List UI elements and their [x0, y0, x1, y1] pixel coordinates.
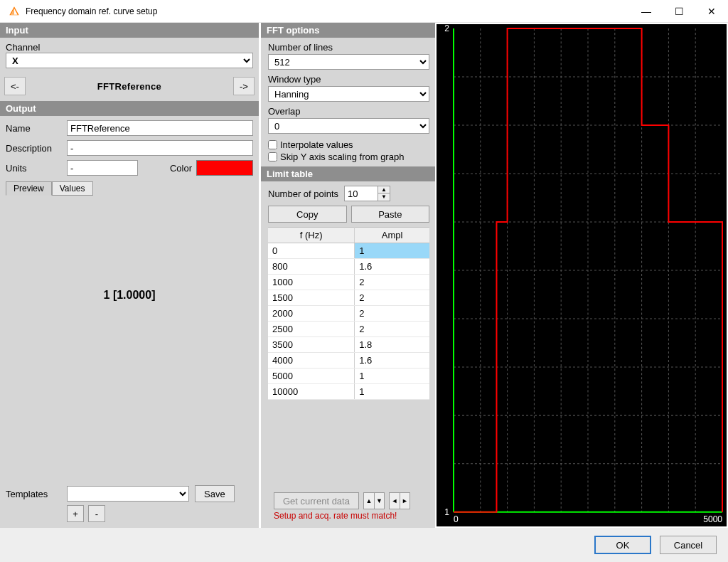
- interpolate-checkbox[interactable]: [268, 140, 277, 149]
- interpolate-label: Interpolate values: [280, 139, 353, 150]
- right-column: 2105000: [435, 23, 728, 528]
- skip-y-checkbox[interactable]: [268, 152, 277, 161]
- remove-template-button[interactable]: -: [88, 505, 105, 522]
- cell-ampl[interactable]: 1: [355, 384, 429, 400]
- save-template-button[interactable]: Save: [195, 485, 235, 502]
- np-down-icon[interactable]: ▼: [378, 193, 390, 201]
- table-row[interactable]: 01: [268, 243, 429, 259]
- warn-text: Setup and acq. rate must match!: [268, 511, 429, 525]
- add-template-button[interactable]: +: [67, 505, 84, 522]
- table-row[interactable]: 15002: [268, 290, 429, 306]
- cell-f[interactable]: 4000: [268, 353, 355, 369]
- table-row[interactable]: 35001.8: [268, 337, 429, 353]
- limit-table: f (Hz) Ampl 018001.610002150022000225002…: [268, 227, 429, 400]
- cell-ampl[interactable]: 2: [355, 275, 429, 290]
- minimize-button[interactable]: —: [630, 0, 663, 22]
- next-channel-button[interactable]: ->: [233, 77, 255, 95]
- color-swatch[interactable]: [196, 160, 253, 176]
- overlap-label: Overlap: [268, 106, 429, 117]
- channel-select[interactable]: X: [6, 53, 253, 68]
- name-label: Name: [6, 123, 63, 134]
- limit-header: Limit table: [261, 166, 435, 181]
- skip-y-label: Skip Y axis scaling from graph: [280, 152, 404, 162]
- limit-body: Number of points ▲ ▼ Copy Paste f (Hz): [261, 181, 435, 528]
- maximize-button[interactable]: ☐: [663, 0, 695, 22]
- middle-column: FFT options Number of lines 512 Window t…: [259, 23, 435, 528]
- step-down-icon[interactable]: ▼: [374, 493, 384, 509]
- window-type-label: Window type: [268, 74, 429, 85]
- copy-button[interactable]: Copy: [268, 206, 347, 223]
- fft-body: Number of lines 512 Window type Hanning …: [261, 38, 435, 166]
- overlap-select[interactable]: 0: [268, 118, 429, 134]
- cell-f[interactable]: 2500: [268, 322, 355, 337]
- name-field[interactable]: [67, 120, 253, 136]
- cell-ampl[interactable]: 1.6: [355, 353, 429, 369]
- table-row[interactable]: 40001.6: [268, 353, 429, 369]
- lines-label: Number of lines: [268, 42, 429, 53]
- cell-ampl[interactable]: 1.8: [355, 337, 429, 353]
- tab-preview[interactable]: Preview: [6, 181, 52, 196]
- input-header: Input: [0, 23, 259, 38]
- np-spinner[interactable]: ▲ ▼: [344, 186, 390, 201]
- close-button[interactable]: ✕: [695, 0, 728, 22]
- cell-f[interactable]: 800: [268, 259, 355, 275]
- window-type-select[interactable]: Hanning: [268, 86, 429, 102]
- cell-ampl[interactable]: 1: [355, 243, 429, 259]
- left-column: Input Channel X <- FFTReference -> Outpu…: [0, 23, 259, 528]
- step-left-icon[interactable]: ◄: [390, 493, 400, 509]
- templates-label: Templates: [6, 489, 61, 499]
- cell-ampl[interactable]: 1.6: [355, 259, 429, 275]
- preview-value: 1 [1.0000]: [104, 289, 156, 302]
- np-value[interactable]: [345, 186, 378, 201]
- cell-f[interactable]: 1500: [268, 290, 355, 306]
- table-row[interactable]: 100001: [268, 384, 429, 400]
- prev-channel-button[interactable]: <-: [4, 77, 26, 95]
- app-icon: [9, 6, 20, 17]
- lines-select[interactable]: 512: [268, 54, 429, 70]
- fft-header: FFT options: [261, 23, 435, 38]
- chart[interactable]: 2105000: [435, 23, 728, 528]
- cell-ampl[interactable]: 2: [355, 322, 429, 337]
- tab-values[interactable]: Values: [52, 181, 93, 196]
- templates-select[interactable]: [67, 486, 189, 502]
- cell-ampl[interactable]: 1: [355, 369, 429, 384]
- color-label: Color: [170, 163, 192, 174]
- np-up-icon[interactable]: ▲: [378, 186, 390, 193]
- table-row[interactable]: 50001: [268, 369, 429, 384]
- table-row[interactable]: 10002: [268, 275, 429, 290]
- step-right-icon[interactable]: ►: [400, 493, 410, 509]
- paste-button[interactable]: Paste: [351, 206, 430, 223]
- table-row[interactable]: 8001.6: [268, 259, 429, 275]
- titlebar: Frequency domain ref. curve setup — ☐ ✕: [0, 0, 728, 23]
- units-field[interactable]: [67, 160, 138, 176]
- window-controls: — ☐ ✕: [630, 0, 728, 22]
- cell-f[interactable]: 1000: [268, 275, 355, 290]
- output-header: Output: [0, 101, 259, 116]
- get-current-data-button[interactable]: Get current data: [274, 492, 359, 509]
- table-row[interactable]: 25002: [268, 322, 429, 337]
- cell-ampl[interactable]: 2: [355, 306, 429, 322]
- step-horiz-group[interactable]: ◄ ►: [389, 492, 410, 509]
- channel-label: Channel: [6, 42, 253, 53]
- np-label: Number of points: [268, 189, 338, 199]
- cell-f[interactable]: 5000: [268, 369, 355, 384]
- cell-f[interactable]: 10000: [268, 384, 355, 400]
- svg-rect-3: [437, 24, 727, 526]
- cell-f[interactable]: 2000: [268, 306, 355, 322]
- nav-row: <- FFTReference ->: [0, 73, 259, 101]
- step-vert-group[interactable]: ▲ ▼: [363, 492, 385, 509]
- step-up-icon[interactable]: ▲: [364, 493, 374, 509]
- units-label: Units: [6, 163, 63, 174]
- col-f-header[interactable]: f (Hz): [268, 228, 355, 243]
- cell-ampl[interactable]: 2: [355, 290, 429, 306]
- col-a-header[interactable]: Ampl: [355, 228, 429, 243]
- table-row[interactable]: 20002: [268, 306, 429, 322]
- cell-f[interactable]: 3500: [268, 337, 355, 353]
- cancel-button[interactable]: Cancel: [660, 536, 717, 554]
- description-field[interactable]: [67, 140, 253, 156]
- cell-f[interactable]: 0: [268, 243, 355, 259]
- svg-text:2: 2: [444, 24, 449, 33]
- window-title: Frequency domain ref. curve setup: [26, 6, 630, 16]
- preview-area: 1 [1.0000]: [6, 196, 253, 395]
- ok-button[interactable]: OK: [594, 536, 651, 554]
